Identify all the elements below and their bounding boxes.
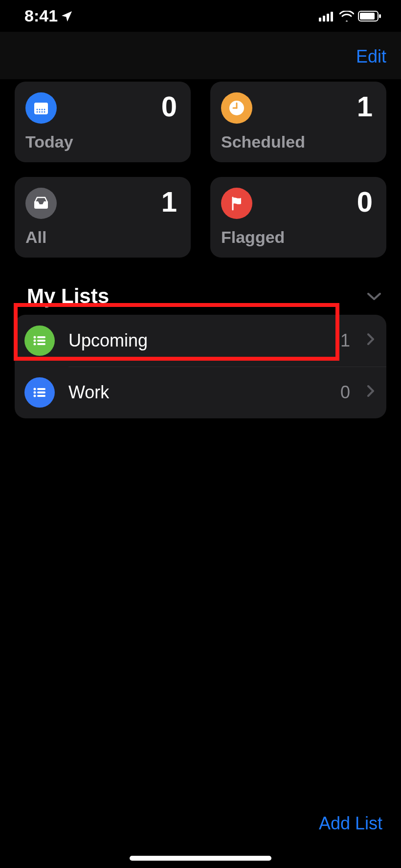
list-icon — [24, 377, 55, 408]
card-flagged-count: 0 — [357, 188, 373, 216]
my-lists-title: My Lists — [27, 284, 109, 308]
svg-point-22 — [34, 343, 36, 346]
svg-rect-6 — [379, 14, 381, 18]
svg-rect-27 — [37, 391, 45, 393]
svg-point-16 — [44, 111, 45, 113]
card-flagged-label: Flagged — [221, 228, 373, 247]
chevron-right-icon — [367, 384, 375, 401]
flag-icon — [221, 188, 252, 219]
svg-point-12 — [44, 109, 45, 110]
svg-rect-2 — [327, 14, 329, 22]
battery-icon — [358, 6, 381, 25]
edit-button[interactable]: Edit — [356, 46, 386, 67]
card-today[interactable]: 0 Today — [15, 82, 191, 162]
add-list-button[interactable]: Add List — [319, 813, 382, 834]
svg-point-20 — [34, 340, 36, 342]
svg-rect-8 — [34, 103, 48, 107]
bottom-bar: Add List — [319, 813, 382, 834]
card-scheduled-label: Scheduled — [221, 132, 373, 152]
calendar-icon — [25, 92, 57, 124]
svg-point-14 — [39, 111, 41, 113]
summary-cards: 0 Today 1 Scheduled 1 — [0, 82, 401, 258]
svg-rect-21 — [37, 340, 45, 342]
card-all[interactable]: 1 All — [15, 177, 191, 258]
card-scheduled[interactable]: 1 Scheduled — [210, 82, 386, 162]
chevron-down-icon — [367, 288, 381, 304]
svg-point-24 — [34, 388, 36, 391]
list-row-upcoming[interactable]: Upcoming 1 — [15, 315, 386, 367]
svg-point-18 — [34, 336, 36, 339]
card-all-label: All — [25, 228, 177, 247]
list-row-work[interactable]: Work 0 — [15, 367, 386, 418]
card-all-count: 1 — [161, 188, 177, 216]
home-indicator[interactable] — [130, 856, 271, 861]
list-count: 1 — [340, 330, 350, 351]
list-count: 0 — [340, 382, 350, 403]
svg-point-9 — [37, 109, 38, 110]
status-bar: 8:41 — [0, 0, 401, 32]
my-lists-header[interactable]: My Lists — [0, 284, 401, 308]
status-time-group: 8:41 — [24, 6, 72, 25]
card-flagged[interactable]: 0 Flagged — [210, 177, 386, 258]
wifi-icon — [339, 6, 354, 25]
chevron-right-icon — [367, 332, 375, 349]
svg-rect-23 — [37, 343, 45, 345]
list-name: Upcoming — [68, 330, 327, 351]
header: Edit — [0, 32, 401, 79]
location-icon — [62, 6, 72, 25]
svg-rect-3 — [331, 12, 333, 22]
card-today-count: 0 — [161, 92, 177, 121]
status-time: 8:41 — [24, 6, 58, 25]
svg-rect-5 — [360, 13, 375, 20]
card-today-label: Today — [25, 132, 177, 152]
svg-point-28 — [34, 395, 36, 397]
clock-icon — [221, 92, 252, 124]
list-name: Work — [68, 382, 327, 403]
svg-rect-1 — [323, 16, 325, 22]
status-indicators — [319, 6, 381, 25]
svg-point-13 — [37, 111, 38, 113]
cellular-icon — [319, 6, 335, 25]
svg-point-10 — [39, 109, 41, 110]
svg-point-11 — [42, 109, 43, 110]
svg-rect-29 — [37, 395, 45, 397]
lists-container: Upcoming 1 Work 0 — [15, 315, 386, 418]
card-scheduled-count: 1 — [357, 92, 373, 121]
svg-rect-25 — [37, 388, 45, 390]
svg-point-26 — [34, 391, 36, 394]
tray-icon — [25, 188, 57, 219]
list-icon — [24, 326, 55, 356]
svg-rect-0 — [319, 18, 321, 22]
svg-rect-19 — [37, 336, 45, 338]
svg-point-15 — [42, 111, 43, 113]
